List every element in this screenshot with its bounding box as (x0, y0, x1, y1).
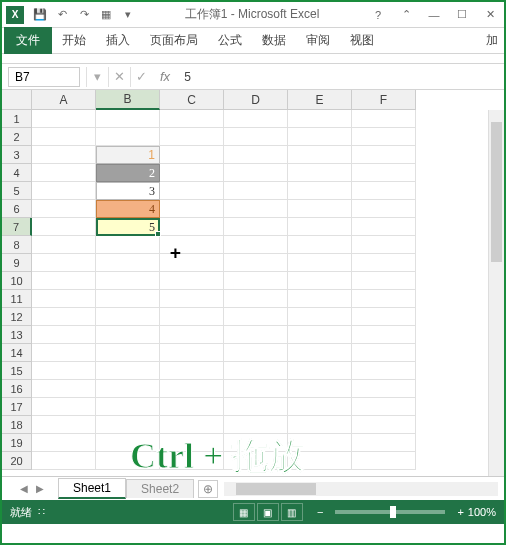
sheet-tab-sheet1[interactable]: Sheet1 (58, 478, 126, 499)
tab-review[interactable]: 审阅 (296, 28, 340, 53)
col-header-A[interactable]: A (32, 90, 96, 110)
view-buttons: ▦ ▣ ▥ (233, 503, 303, 521)
maximize-button[interactable]: ☐ (452, 7, 472, 23)
zoom-in-button[interactable]: + (453, 506, 467, 518)
redo-icon[interactable]: ↷ (76, 7, 92, 23)
row-header[interactable]: 9 (2, 254, 32, 272)
spreadsheet-grid: A B C D E F 1 2 3 4 5 6 7 8 9 10 11 12 1… (2, 90, 504, 476)
col-header-B[interactable]: B (96, 90, 160, 110)
zoom-out-button[interactable]: − (313, 506, 327, 518)
save-icon[interactable]: 💾 (32, 7, 48, 23)
row-header[interactable]: 3 (2, 146, 32, 164)
sheet-nav-prev-icon[interactable]: ◀ (20, 483, 32, 494)
status-ready: 就绪 (10, 505, 32, 520)
tab-formulas[interactable]: 公式 (208, 28, 252, 53)
add-sheet-button[interactable]: ⊕ (198, 480, 218, 498)
tab-addins[interactable]: 加 (476, 28, 504, 53)
vertical-scrollbar[interactable] (488, 110, 504, 476)
row-headers: 1 2 3 4 5 6 7 8 9 10 11 12 13 14 15 16 1… (2, 110, 32, 470)
col-header-F[interactable]: F (352, 90, 416, 110)
row-header[interactable]: 11 (2, 290, 32, 308)
tab-page-layout[interactable]: 页面布局 (140, 28, 208, 53)
row-header[interactable]: 6 (2, 200, 32, 218)
scrollbar-thumb[interactable] (236, 483, 316, 495)
page-layout-view-icon[interactable]: ▣ (257, 503, 279, 521)
row-header[interactable]: 8 (2, 236, 32, 254)
close-button[interactable]: ✕ (480, 7, 500, 23)
cell-B6[interactable]: 4 (96, 200, 160, 218)
zoom-slider[interactable] (335, 510, 445, 514)
row-header[interactable]: 13 (2, 326, 32, 344)
tab-home[interactable]: 开始 (52, 28, 96, 53)
cell-B7[interactable]: 5 (96, 218, 160, 236)
tab-data[interactable]: 数据 (252, 28, 296, 53)
row-header[interactable]: 5 (2, 182, 32, 200)
ribbon-collapse-icon[interactable]: ⌃ (396, 7, 416, 23)
cell-B5[interactable]: 3 (96, 182, 160, 200)
col-header-E[interactable]: E (288, 90, 352, 110)
row-header[interactable]: 7 (2, 218, 32, 236)
macro-record-icon[interactable]: ∷ (38, 506, 45, 519)
row-header[interactable]: 12 (2, 308, 32, 326)
ribbon-tabs: 文件 开始 插入 页面布局 公式 数据 审阅 视图 加 (2, 28, 504, 54)
ribbon-collapsed (2, 54, 504, 64)
qat-dropdown-icon[interactable]: ▾ (120, 7, 136, 23)
tab-file[interactable]: 文件 (4, 27, 52, 54)
window-controls: ? ⌃ — ☐ ✕ (368, 7, 500, 23)
row-header[interactable]: 1 (2, 110, 32, 128)
normal-view-icon[interactable]: ▦ (233, 503, 255, 521)
name-box[interactable]: B7 (8, 67, 80, 87)
row-header[interactable]: 17 (2, 398, 32, 416)
fill-cursor-icon: + (170, 242, 181, 263)
help-button[interactable]: ? (368, 7, 388, 23)
annotation-overlay: Ctrl + 拖放 (130, 432, 304, 481)
scrollbar-thumb[interactable] (491, 122, 502, 262)
row-header[interactable]: 10 (2, 272, 32, 290)
cancel-icon[interactable]: ✕ (108, 67, 130, 87)
zoom-slider-thumb[interactable] (390, 506, 396, 518)
formula-bar: B7 ▾ ✕ ✓ fx 5 (2, 64, 504, 90)
row-header[interactable]: 14 (2, 344, 32, 362)
row-header[interactable]: 15 (2, 362, 32, 380)
undo-icon[interactable]: ↶ (54, 7, 70, 23)
col-header-D[interactable]: D (224, 90, 288, 110)
status-bar: 就绪 ∷ ▦ ▣ ▥ − + 100% (2, 500, 504, 524)
sheet-nav: ◀ ▶ (20, 483, 48, 494)
row-header[interactable]: 2 (2, 128, 32, 146)
row-header[interactable]: 4 (2, 164, 32, 182)
row-header[interactable]: 20 (2, 452, 32, 470)
excel-app-icon[interactable]: X (6, 6, 24, 24)
fx-label[interactable]: fx (152, 69, 178, 84)
sheet-tab-sheet2[interactable]: Sheet2 (126, 479, 194, 498)
tab-view[interactable]: 视图 (340, 28, 384, 53)
row-header[interactable]: 16 (2, 380, 32, 398)
quick-access-toolbar: 💾 ↶ ↷ ▦ ▾ (32, 7, 136, 23)
cell-B4[interactable]: 2 (96, 164, 160, 182)
tab-insert[interactable]: 插入 (96, 28, 140, 53)
titlebar: X 💾 ↶ ↷ ▦ ▾ 工作簿1 - Microsoft Excel ? ⌃ —… (2, 2, 504, 28)
select-all-corner[interactable] (2, 90, 32, 110)
horizontal-scrollbar[interactable] (224, 482, 498, 496)
zoom-percent[interactable]: 100% (468, 506, 496, 518)
row-header[interactable]: 18 (2, 416, 32, 434)
grid-icon[interactable]: ▦ (98, 7, 114, 23)
formula-input[interactable]: 5 (178, 70, 504, 84)
minimize-button[interactable]: — (424, 7, 444, 23)
cells[interactable]: 1 2 3 4 5 (32, 110, 416, 470)
column-headers: A B C D E F (2, 90, 504, 110)
row-header[interactable]: 19 (2, 434, 32, 452)
sheet-nav-next-icon[interactable]: ▶ (36, 483, 48, 494)
cell-B3[interactable]: 1 (96, 146, 160, 164)
col-header-C[interactable]: C (160, 90, 224, 110)
name-box-dropdown-icon[interactable]: ▾ (86, 67, 108, 87)
enter-icon[interactable]: ✓ (130, 67, 152, 87)
window-title: 工作簿1 - Microsoft Excel (136, 6, 368, 23)
page-break-view-icon[interactable]: ▥ (281, 503, 303, 521)
